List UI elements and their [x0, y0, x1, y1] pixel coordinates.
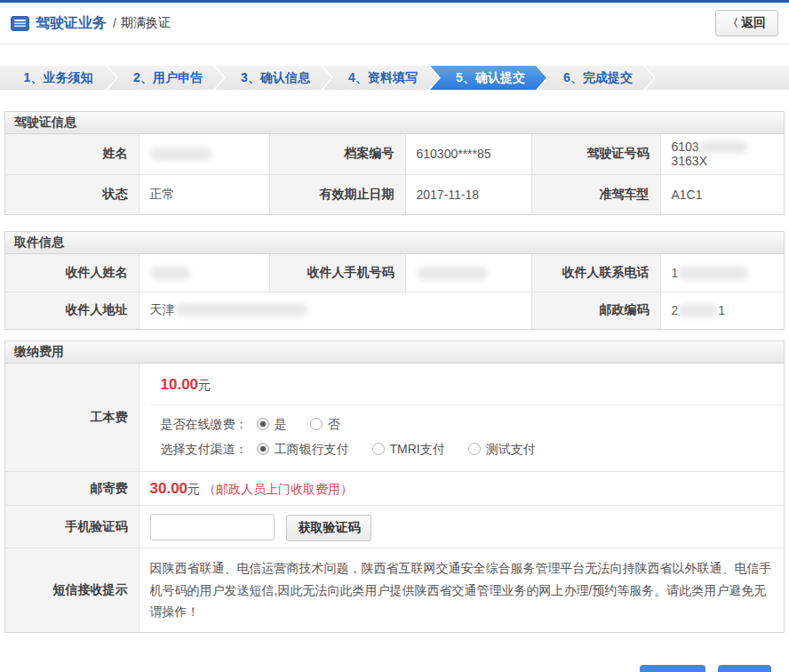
vehicle-class-value: A1C1: [660, 174, 784, 214]
table-row: 收件人姓名 收件人手机号码 收件人联系电话 1: [5, 254, 784, 292]
pickup-info-table: 收件人姓名 收件人手机号码 收件人联系电话 1 收件人地址 天津 邮政编码 21: [5, 254, 784, 329]
license-info-section: 驾驶证信息 姓名 档案编号 610300****85 驾驶证号码 6103316…: [4, 111, 785, 215]
currency-unit: 元: [198, 378, 211, 392]
sms-code-label: 手机验证码: [5, 506, 139, 548]
channel-test-option[interactable]: 测试支付: [468, 442, 536, 458]
production-fee-value: 10.00元 是否在线缴费： 是 否 选择支付渠道： 工商银行支付 TMRI支付…: [139, 364, 784, 472]
breadcrumb-current: 期满换证: [121, 15, 171, 31]
radio-channel-icbc[interactable]: [257, 443, 269, 455]
redacted-address: [175, 303, 308, 316]
step-1-business-notice[interactable]: 1、业务须知: [0, 66, 116, 90]
radio-online-no[interactable]: [310, 418, 323, 430]
recipient-name-value: [139, 254, 269, 292]
step-5-confirm-submit[interactable]: 5、确认提交: [430, 66, 546, 90]
online-payment-row: 是否在线缴费： 是 否: [161, 412, 774, 437]
sms-code-field-cell: 获取验证码: [139, 506, 784, 548]
footer-actions: 上一步 完成: [0, 633, 789, 672]
license-number-value: 61033163X: [660, 134, 784, 174]
license-info-table: 姓名 档案编号 610300****85 驾驶证号码 61033163X 状态 …: [5, 134, 784, 214]
back-button[interactable]: 〈返回: [715, 10, 778, 36]
radio-online-yes[interactable]: [257, 418, 269, 430]
address-value: 天津: [139, 292, 531, 329]
table-row-postage-fee: 邮寄费 30.00元（邮政人员上门收取费用）: [5, 472, 784, 506]
postage-fee-amount: 30.00: [150, 480, 188, 497]
payment-channel-row: 选择支付渠道： 工商银行支付 TMRI支付 测试支付: [161, 437, 774, 462]
redacted-name: [150, 148, 212, 161]
radio-channel-test[interactable]: [468, 443, 481, 455]
redacted-license-digits: [699, 140, 748, 154]
address-label: 收件人地址: [5, 292, 139, 329]
online-yes-option[interactable]: 是: [257, 417, 287, 433]
fees-section: 缴纳费用 工本费 10.00元 是否在线缴费： 是 否 选择支付渠道： 工商银行…: [4, 340, 785, 633]
name-label: 姓名: [5, 134, 139, 174]
online-no-option[interactable]: 否: [310, 417, 340, 433]
step-bar-filler: [645, 66, 789, 90]
postage-fee-value: 30.00元（邮政人员上门收取费用）: [139, 472, 784, 506]
fees-table: 工本费 10.00元 是否在线缴费： 是 否 选择支付渠道： 工商银行支付 TM…: [5, 364, 784, 632]
recipient-phone-value: 1: [660, 254, 784, 292]
table-row: 姓名 档案编号 610300****85 驾驶证号码 61033163X: [5, 134, 784, 174]
pickup-section-title: 取件信息: [5, 232, 784, 254]
back-button-label: 返回: [741, 15, 766, 29]
step-3-confirm-info[interactable]: 3、确认信息: [215, 66, 331, 90]
production-fee-amount: 10.00: [161, 376, 199, 393]
expiry-value: 2017-11-18: [405, 174, 531, 214]
sms-notice-label: 短信接收提示: [5, 548, 139, 632]
recipient-mobile-value: [405, 254, 531, 292]
page-header: 驾驶证业务 / 期满换证 〈返回: [0, 3, 789, 44]
recipient-name-label: 收件人姓名: [5, 254, 139, 292]
name-value: [139, 134, 269, 174]
production-fee-amount-row: 10.00元: [150, 364, 785, 405]
payment-channel-label: 选择支付渠道：: [161, 442, 248, 458]
table-row-sms-code: 手机验证码 获取验证码: [5, 506, 784, 548]
redacted-postcode-digits: [678, 304, 718, 317]
redacted-mobile: [417, 267, 488, 280]
license-section-title: 驾驶证信息: [5, 112, 784, 134]
step-progress-bar: 1、业务须知 2、用户申告 3、确认信息 4、资料填写 5、确认提交 6、完成提…: [0, 66, 789, 90]
fees-section-title: 缴纳费用: [5, 341, 784, 364]
postcode-value: 21: [660, 292, 784, 329]
recipient-mobile-label: 收件人手机号码: [269, 254, 405, 292]
channel-tmri-option[interactable]: TMRI支付: [372, 442, 445, 458]
expiry-label: 有效期止日期: [269, 174, 405, 214]
status-label: 状态: [5, 174, 139, 214]
finish-button[interactable]: 完成: [718, 665, 771, 672]
currency-unit: 元: [187, 482, 200, 496]
postage-note: （邮政人员上门收取费用）: [203, 482, 353, 496]
channel-icbc-option[interactable]: 工商银行支付: [257, 442, 349, 458]
back-chevron-icon: 〈: [728, 17, 738, 29]
table-row: 收件人地址 天津 邮政编码 21: [5, 292, 784, 329]
recipient-phone-label: 收件人联系电话: [531, 254, 660, 292]
sms-notice-text: 因陕西省联通、电信运营商技术问题，陕西省互联网交通安全综合服务管理平台无法向持陕…: [139, 548, 784, 632]
business-menu-icon: [11, 16, 29, 31]
pickup-info-section: 取件信息 收件人姓名 收件人手机号码 收件人联系电话 1 收件人地址 天津 邮政…: [4, 231, 785, 330]
file-number-value: 610300****85: [405, 134, 531, 174]
table-row-sms-notice: 短信接收提示 因陕西省联通、电信运营商技术问题，陕西省互联网交通安全综合服务管理…: [5, 548, 784, 632]
table-row-production-fee: 工本费 10.00元 是否在线缴费： 是 否 选择支付渠道： 工商银行支付 TM…: [5, 364, 784, 472]
breadcrumb-separator: /: [113, 16, 116, 30]
step-4-fill-data[interactable]: 4、资料填写: [323, 66, 439, 90]
sms-code-input[interactable]: [150, 514, 275, 540]
postage-fee-label: 邮寄费: [5, 472, 139, 506]
step-2-user-declaration[interactable]: 2、用户申告: [108, 66, 224, 90]
redacted-recipient-name: [150, 267, 190, 280]
online-payment-label: 是否在线缴费：: [161, 417, 248, 433]
table-row: 状态 正常 有效期止日期 2017-11-18 准驾车型 A1C1: [5, 174, 784, 214]
status-value: 正常: [139, 174, 269, 214]
license-number-label: 驾驶证号码: [531, 134, 660, 174]
postcode-label: 邮政编码: [531, 292, 660, 329]
get-code-button[interactable]: 获取验证码: [286, 515, 371, 541]
redacted-phone-digits: [678, 267, 749, 280]
step-6-complete-submit[interactable]: 6、完成提交: [538, 66, 654, 90]
page-title: 驾驶证业务: [36, 14, 107, 33]
file-number-label: 档案编号: [269, 134, 405, 174]
vehicle-class-label: 准驾车型: [531, 174, 660, 214]
radio-channel-tmri[interactable]: [372, 443, 385, 455]
production-fee-label: 工本费: [5, 364, 139, 472]
previous-step-button[interactable]: 上一步: [640, 665, 705, 672]
